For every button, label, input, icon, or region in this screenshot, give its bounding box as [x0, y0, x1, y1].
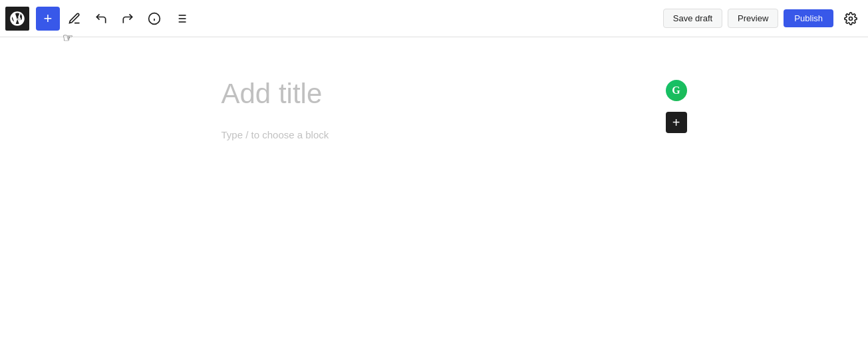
add-block-button[interactable]: + [36, 7, 60, 31]
editor-inner: + Add title Type / to choose a block [221, 77, 647, 140]
editor-area: + Add title Type / to choose a block [0, 37, 868, 180]
svg-point-9 [849, 17, 853, 20]
settings-button[interactable] [839, 7, 863, 31]
block-placeholder[interactable]: Type / to choose a block [221, 129, 647, 140]
publish-button[interactable]: Publish [784, 9, 833, 27]
redo-button[interactable] [116, 7, 140, 31]
undo-button[interactable] [89, 7, 113, 31]
wp-logo[interactable] [5, 7, 29, 31]
tools-button[interactable] [63, 7, 86, 31]
grammarly-icon[interactable] [666, 80, 687, 101]
save-draft-button[interactable]: Save draft [663, 9, 722, 28]
title-placeholder[interactable]: Add title [221, 77, 647, 110]
toolbar-right: Save draft Preview Publish [663, 7, 863, 31]
preview-button[interactable]: Preview [728, 9, 778, 28]
list-view-button[interactable] [169, 7, 193, 31]
add-block-inline-button[interactable]: + [666, 112, 687, 133]
toolbar: + ☞ [0, 0, 868, 37]
info-button[interactable] [142, 7, 166, 31]
